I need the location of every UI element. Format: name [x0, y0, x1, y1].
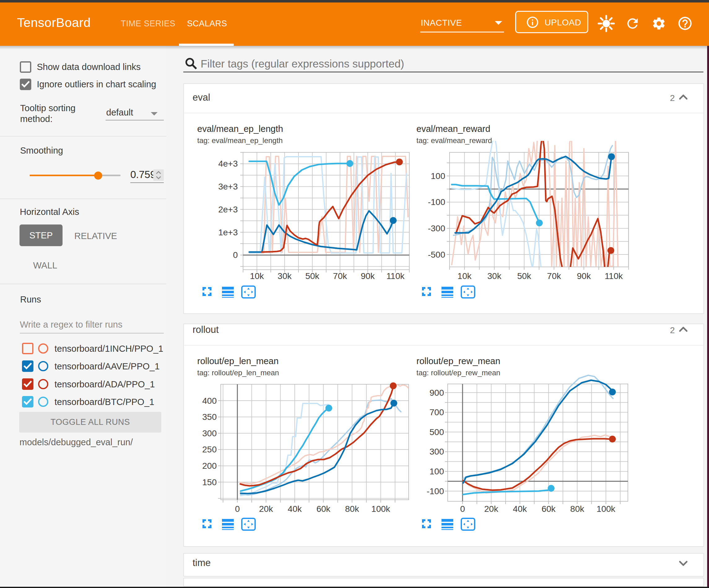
svg-text:250: 250 — [202, 445, 217, 454]
svg-text:150: 150 — [202, 478, 217, 487]
svg-text:900: 900 — [429, 388, 444, 398]
svg-text:1e+3: 1e+3 — [218, 228, 238, 237]
svg-text:110k: 110k — [605, 271, 623, 281]
svg-text:0: 0 — [233, 250, 238, 260]
svg-text:20k: 20k — [484, 504, 498, 514]
svg-text:0: 0 — [460, 504, 465, 514]
svg-text:40k: 40k — [288, 504, 302, 514]
svg-text:50k: 50k — [305, 271, 319, 281]
svg-text:70k: 70k — [547, 271, 561, 281]
svg-text:80k: 80k — [570, 504, 584, 514]
svg-text:10k: 10k — [457, 271, 472, 281]
svg-text:50k: 50k — [517, 271, 531, 281]
svg-text:80k: 80k — [345, 504, 360, 514]
svg-text:100k: 100k — [371, 504, 390, 514]
svg-text:110k: 110k — [386, 271, 405, 281]
svg-text:400: 400 — [202, 396, 217, 406]
svg-text:30k: 30k — [487, 271, 502, 281]
svg-text:40k: 40k — [513, 504, 527, 514]
svg-text:90k: 90k — [361, 271, 375, 281]
svg-text:100: 100 — [431, 171, 445, 181]
svg-text:-100: -100 — [428, 197, 445, 207]
svg-text:300: 300 — [429, 447, 444, 456]
svg-text:70k: 70k — [333, 271, 347, 281]
svg-text:-300: -300 — [428, 224, 445, 233]
svg-text:10k: 10k — [250, 271, 264, 281]
svg-text:500: 500 — [429, 427, 444, 437]
svg-text:-100: -100 — [427, 486, 444, 496]
svg-text:350: 350 — [202, 412, 217, 422]
svg-text:60k: 60k — [542, 504, 556, 514]
svg-text:2e+3: 2e+3 — [218, 205, 238, 214]
svg-text:200: 200 — [202, 461, 217, 471]
svg-text:-500: -500 — [428, 250, 445, 259]
svg-text:90k: 90k — [577, 271, 591, 281]
svg-text:100: 100 — [429, 467, 444, 476]
svg-text:30k: 30k — [278, 271, 292, 281]
svg-text:4e+3: 4e+3 — [218, 159, 238, 169]
svg-text:700: 700 — [429, 408, 444, 417]
svg-text:3e+3: 3e+3 — [218, 182, 238, 191]
svg-text:20k: 20k — [259, 504, 273, 514]
svg-text:0: 0 — [235, 504, 240, 514]
svg-text:60k: 60k — [316, 504, 331, 514]
svg-text:100k: 100k — [597, 504, 616, 514]
svg-text:300: 300 — [202, 429, 217, 438]
